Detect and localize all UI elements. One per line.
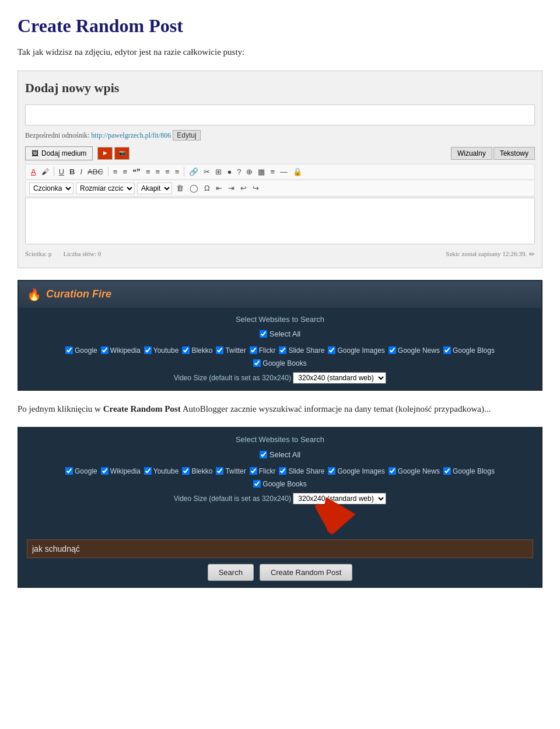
- permalink-label: Bezpośredni odnośnik:: [25, 131, 89, 139]
- cf-site-google-images[interactable]: Google Images: [328, 345, 384, 356]
- undo-btn[interactable]: ↩: [239, 183, 249, 193]
- help-btn[interactable]: ?: [235, 167, 243, 177]
- search-input[interactable]: [27, 539, 533, 558]
- ul-btn[interactable]: ≡: [111, 167, 120, 177]
- cf-site-flickr[interactable]: Flickr: [250, 345, 276, 356]
- align-left-btn[interactable]: ≡: [144, 167, 152, 177]
- permalink-url[interactable]: http://pawelgrzech.pl/fit/806: [91, 131, 171, 139]
- wp-editor-area[interactable]: [25, 198, 535, 244]
- toolbar-separator-2: [108, 167, 108, 176]
- cf-site-google-news[interactable]: Google News: [388, 345, 440, 356]
- format-select[interactable]: Akapit: [137, 183, 172, 194]
- cf-sites-row: Google Wikipedia Youtube Blekko Twitter …: [27, 345, 533, 356]
- align-center-btn[interactable]: ≡: [154, 167, 162, 177]
- cf-site-youtube[interactable]: Youtube: [144, 345, 179, 356]
- sp-select-all-checkbox[interactable]: [260, 451, 267, 458]
- search-panel: Select Websites to Search Select All Goo…: [18, 427, 542, 587]
- sp-site-google-blogs[interactable]: Google Blogs: [443, 466, 495, 476]
- font-color-btn[interactable]: A: [29, 167, 38, 177]
- wp-format-toolbar-1: A 🖌 U B I ABC ≡ ≡ ❝❞ ≡ ≡ ≡ ≡ 🔗 ✂ ⊞ ● ? ⊕…: [25, 164, 535, 180]
- underline-btn[interactable]: U: [57, 167, 66, 177]
- sp-site-blekko[interactable]: Blekko: [182, 466, 212, 476]
- wp-format-toolbar-2: Czcionka Rozmiar czcic Akapit 🗑 ◯ Ω ⇤ ⇥ …: [25, 181, 535, 197]
- sp-site-flickr[interactable]: Flickr: [250, 466, 276, 476]
- search-button[interactable]: Search: [208, 564, 254, 581]
- cf-video-size-row: Video Size (default is set as 320x240) 3…: [27, 372, 533, 384]
- permalink-edit-button[interactable]: Edytuj: [173, 130, 200, 141]
- lock-btn[interactable]: 🔒: [291, 167, 304, 177]
- sp-sites-row-2: Google Books: [27, 479, 533, 489]
- cf-select-all-row: Select All: [27, 328, 533, 342]
- table-btn[interactable]: ▦: [256, 167, 267, 177]
- sp-select-all-label[interactable]: Select All: [260, 449, 300, 461]
- cf-site-google-blogs[interactable]: Google Blogs: [443, 345, 495, 356]
- body-text-suffix: AutoBlogger zacznie wyszukiwać informacj…: [181, 404, 491, 413]
- bg-color-btn[interactable]: 🖌: [40, 167, 51, 177]
- symbol-btn[interactable]: ◯: [188, 183, 200, 193]
- add-media-label: Dodaj medium: [41, 149, 86, 157]
- more-btn[interactable]: ●: [225, 167, 233, 177]
- cf-site-google-books[interactable]: Google Books: [253, 358, 306, 369]
- cf-site-slideshare[interactable]: Slide Share: [279, 345, 324, 356]
- sp-search-input-row: [27, 539, 533, 558]
- link-btn[interactable]: 🔗: [187, 167, 200, 177]
- cf-select-all-label[interactable]: Select All: [260, 328, 300, 340]
- cf-site-twitter[interactable]: Twitter: [216, 345, 246, 356]
- sp-buttons-row: Search Create Random Post: [27, 564, 533, 581]
- rtl-btn[interactable]: ⇥: [226, 183, 236, 193]
- align-justify-btn[interactable]: ≡: [173, 167, 181, 177]
- sp-site-twitter[interactable]: Twitter: [216, 466, 246, 476]
- sp-site-google-news[interactable]: Google News: [388, 466, 440, 476]
- ol-btn[interactable]: ≡: [121, 167, 129, 177]
- cf-title: Curation Fire: [46, 286, 111, 302]
- cf-site-blekko[interactable]: Blekko: [182, 345, 212, 356]
- page-title: Create Random Post: [18, 12, 542, 40]
- indent-btn[interactable]: 🗑: [174, 183, 186, 193]
- sp-video-size-row: Video Size (default is set as 320x240) 3…: [27, 493, 533, 504]
- sp-select-websites-label: Select Websites to Search: [27, 434, 533, 446]
- media-icon-1[interactable]: ▶: [97, 147, 113, 160]
- path-label: Ścieżka: p: [25, 249, 52, 259]
- toolbar-separator-3: [184, 167, 184, 176]
- insert-btn[interactable]: ⊞: [214, 167, 223, 177]
- redo-btn[interactable]: ↪: [251, 183, 261, 193]
- cf-select-all-checkbox[interactable]: [260, 330, 267, 338]
- italic-btn[interactable]: I: [78, 167, 84, 177]
- add-media-button[interactable]: 🖼 Dodaj medium: [25, 146, 93, 160]
- visual-tab[interactable]: Wizualny: [451, 147, 492, 160]
- save-status: Szkic został zapisany 12:26:39.: [446, 249, 527, 259]
- cf-site-google[interactable]: Google: [65, 345, 97, 356]
- blockquote-btn[interactable]: ❝❞: [131, 167, 142, 177]
- media-icon-group: ▶ 📷: [97, 147, 130, 160]
- cf-select-websites-label: Select Websites to Search: [27, 314, 533, 325]
- cf-video-size-label: Video Size (default is set as 320x240): [174, 374, 291, 382]
- unlink-btn[interactable]: ✂: [202, 167, 212, 177]
- hr-btn[interactable]: —: [278, 167, 289, 177]
- sp-sites-row: Google Wikipedia Youtube Blekko Twitter …: [27, 466, 533, 476]
- sp-site-google[interactable]: Google: [65, 466, 97, 476]
- align-right-btn[interactable]: ≡: [163, 167, 172, 177]
- outdent-btn[interactable]: ⇤: [214, 183, 224, 193]
- wp-view-tabs: Wizualny Tekstowy: [451, 147, 535, 160]
- font-select[interactable]: Czcionka: [29, 183, 74, 194]
- create-random-post-button[interactable]: Create Random Post: [260, 564, 352, 581]
- cf-video-size-select[interactable]: 320x240 (standard web): [293, 372, 386, 384]
- extra-btn[interactable]: ⊕: [244, 167, 254, 177]
- strikethrough-btn[interactable]: ABC: [86, 167, 105, 177]
- sp-site-google-images[interactable]: Google Images: [328, 466, 384, 476]
- omega-btn[interactable]: Ω: [202, 183, 212, 193]
- sp-site-youtube[interactable]: Youtube: [144, 466, 179, 476]
- post-title-input[interactable]: [25, 104, 535, 125]
- flame-icon: 🔥: [27, 286, 41, 303]
- spell-btn[interactable]: ≡: [268, 167, 276, 177]
- text-tab[interactable]: Tekstowy: [494, 147, 535, 160]
- sp-video-size-select[interactable]: 320x240 (standard web): [293, 493, 386, 504]
- sp-site-wikipedia[interactable]: Wikipedia: [101, 466, 141, 476]
- size-select[interactable]: Rozmiar czcic: [76, 183, 135, 194]
- bold-btn[interactable]: B: [68, 167, 76, 177]
- sp-site-google-books[interactable]: Google Books: [253, 479, 306, 489]
- sp-site-slideshare[interactable]: Slide Share: [279, 466, 324, 476]
- media-icon-2[interactable]: 📷: [114, 147, 130, 160]
- wp-editor-footer: Ścieżka: p Liczba słów: 0 Szkic został z…: [25, 248, 535, 261]
- cf-site-wikipedia[interactable]: Wikipedia: [101, 345, 141, 356]
